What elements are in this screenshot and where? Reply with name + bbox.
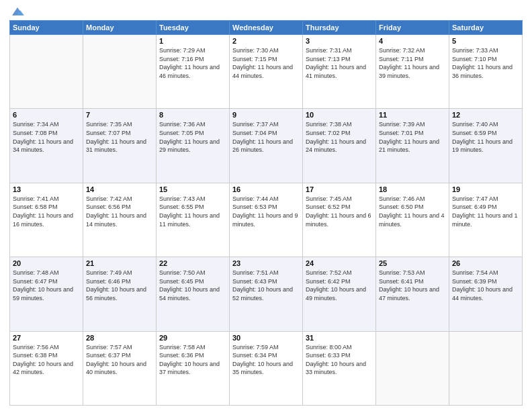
calendar-cell: 28Sunrise: 7:57 AM Sunset: 6:37 PM Dayli… xyxy=(83,331,157,405)
day-number: 31 xyxy=(306,334,373,342)
day-number: 1 xyxy=(159,37,226,45)
day-number: 27 xyxy=(13,334,80,342)
day-number: 28 xyxy=(86,334,153,342)
calendar-week-row: 6Sunrise: 7:34 AM Sunset: 7:08 PM Daylig… xyxy=(10,109,523,183)
calendar-cell xyxy=(376,331,449,405)
calendar-cell: 19Sunrise: 7:47 AM Sunset: 6:49 PM Dayli… xyxy=(449,183,523,257)
calendar-week-row: 1Sunrise: 7:29 AM Sunset: 7:16 PM Daylig… xyxy=(10,35,523,109)
day-number: 14 xyxy=(86,185,153,193)
day-info: Sunrise: 7:33 AM Sunset: 7:10 PM Dayligh… xyxy=(452,46,519,80)
day-of-week-header: Tuesday xyxy=(157,21,230,35)
calendar-cell: 13Sunrise: 7:41 AM Sunset: 6:58 PM Dayli… xyxy=(10,183,83,257)
day-info: Sunrise: 7:35 AM Sunset: 7:07 PM Dayligh… xyxy=(86,120,153,154)
day-info: Sunrise: 7:42 AM Sunset: 6:56 PM Dayligh… xyxy=(86,195,153,228)
day-number: 21 xyxy=(86,259,153,267)
page: SundayMondayTuesdayWednesdayThursdayFrid… xyxy=(0,0,532,411)
day-info: Sunrise: 7:58 AM Sunset: 6:36 PM Dayligh… xyxy=(159,343,226,377)
calendar-week-row: 13Sunrise: 7:41 AM Sunset: 6:58 PM Dayli… xyxy=(10,183,523,257)
day-of-week-header: Wednesday xyxy=(230,21,303,35)
calendar-cell: 16Sunrise: 7:44 AM Sunset: 6:53 PM Dayli… xyxy=(230,183,303,257)
day-of-week-header: Monday xyxy=(83,21,157,35)
day-info: Sunrise: 7:56 AM Sunset: 6:38 PM Dayligh… xyxy=(13,343,80,377)
calendar-cell: 11Sunrise: 7:39 AM Sunset: 7:01 PM Dayli… xyxy=(376,109,449,183)
calendar-header-row: SundayMondayTuesdayWednesdayThursdayFrid… xyxy=(10,21,523,35)
day-number: 23 xyxy=(232,259,300,267)
day-info: Sunrise: 7:32 AM Sunset: 7:11 PM Dayligh… xyxy=(379,46,446,80)
day-info: Sunrise: 7:36 AM Sunset: 7:05 PM Dayligh… xyxy=(159,120,226,154)
day-of-week-header: Sunday xyxy=(10,21,83,35)
calendar-cell: 24Sunrise: 7:52 AM Sunset: 6:42 PM Dayli… xyxy=(303,257,376,331)
day-info: Sunrise: 7:37 AM Sunset: 7:04 PM Dayligh… xyxy=(232,120,300,154)
calendar-cell: 15Sunrise: 7:43 AM Sunset: 6:55 PM Dayli… xyxy=(157,183,230,257)
calendar-cell: 6Sunrise: 7:34 AM Sunset: 7:08 PM Daylig… xyxy=(10,109,83,183)
day-info: Sunrise: 7:34 AM Sunset: 7:08 PM Dayligh… xyxy=(13,120,80,154)
day-info: Sunrise: 7:38 AM Sunset: 7:02 PM Dayligh… xyxy=(306,120,373,154)
day-info: Sunrise: 7:41 AM Sunset: 6:58 PM Dayligh… xyxy=(13,195,80,228)
calendar-cell: 5Sunrise: 7:33 AM Sunset: 7:10 PM Daylig… xyxy=(449,35,523,109)
calendar-cell xyxy=(449,331,523,405)
calendar-cell: 26Sunrise: 7:54 AM Sunset: 6:39 PM Dayli… xyxy=(449,257,523,331)
day-info: Sunrise: 8:00 AM Sunset: 6:33 PM Dayligh… xyxy=(306,343,373,377)
calendar-cell: 31Sunrise: 8:00 AM Sunset: 6:33 PM Dayli… xyxy=(303,331,376,405)
day-number: 29 xyxy=(159,334,226,342)
calendar-cell: 20Sunrise: 7:48 AM Sunset: 6:47 PM Dayli… xyxy=(10,257,83,331)
day-number: 26 xyxy=(452,259,519,267)
calendar-cell xyxy=(10,35,83,109)
day-number: 20 xyxy=(13,259,80,267)
day-info: Sunrise: 7:43 AM Sunset: 6:55 PM Dayligh… xyxy=(159,195,226,228)
day-info: Sunrise: 7:53 AM Sunset: 6:41 PM Dayligh… xyxy=(379,269,446,302)
day-info: Sunrise: 7:52 AM Sunset: 6:42 PM Dayligh… xyxy=(306,269,373,302)
day-info: Sunrise: 7:47 AM Sunset: 6:49 PM Dayligh… xyxy=(452,195,519,228)
calendar-cell: 30Sunrise: 7:59 AM Sunset: 6:34 PM Dayli… xyxy=(230,331,303,405)
header xyxy=(9,7,523,16)
day-number: 24 xyxy=(306,259,373,267)
day-info: Sunrise: 7:40 AM Sunset: 6:59 PM Dayligh… xyxy=(452,120,519,154)
calendar-cell: 12Sunrise: 7:40 AM Sunset: 6:59 PM Dayli… xyxy=(449,109,523,183)
day-number: 5 xyxy=(452,37,519,45)
calendar-cell: 14Sunrise: 7:42 AM Sunset: 6:56 PM Dayli… xyxy=(83,183,157,257)
calendar-cell: 8Sunrise: 7:36 AM Sunset: 7:05 PM Daylig… xyxy=(157,109,230,183)
calendar-cell: 27Sunrise: 7:56 AM Sunset: 6:38 PM Dayli… xyxy=(10,331,83,405)
calendar-cell xyxy=(83,35,157,109)
day-info: Sunrise: 7:29 AM Sunset: 7:16 PM Dayligh… xyxy=(159,46,226,80)
day-info: Sunrise: 7:54 AM Sunset: 6:39 PM Dayligh… xyxy=(452,269,519,302)
calendar-cell: 23Sunrise: 7:51 AM Sunset: 6:43 PM Dayli… xyxy=(230,257,303,331)
day-of-week-header: Saturday xyxy=(449,21,523,35)
day-number: 6 xyxy=(13,111,80,119)
calendar-cell: 21Sunrise: 7:49 AM Sunset: 6:46 PM Dayli… xyxy=(83,257,157,331)
logo xyxy=(9,7,24,16)
day-number: 15 xyxy=(159,185,226,193)
day-info: Sunrise: 7:45 AM Sunset: 6:52 PM Dayligh… xyxy=(306,195,373,228)
day-number: 22 xyxy=(159,259,226,267)
day-number: 30 xyxy=(232,334,300,342)
day-info: Sunrise: 7:59 AM Sunset: 6:34 PM Dayligh… xyxy=(232,343,300,377)
day-info: Sunrise: 7:48 AM Sunset: 6:47 PM Dayligh… xyxy=(13,269,80,302)
calendar-cell: 4Sunrise: 7:32 AM Sunset: 7:11 PM Daylig… xyxy=(376,35,449,109)
day-number: 7 xyxy=(86,111,153,119)
day-number: 17 xyxy=(306,185,373,193)
logo-icon xyxy=(11,7,24,16)
calendar-cell: 2Sunrise: 7:30 AM Sunset: 7:15 PM Daylig… xyxy=(230,35,303,109)
calendar-cell: 9Sunrise: 7:37 AM Sunset: 7:04 PM Daylig… xyxy=(230,109,303,183)
calendar: SundayMondayTuesdayWednesdayThursdayFrid… xyxy=(9,20,523,406)
calendar-cell: 22Sunrise: 7:50 AM Sunset: 6:45 PM Dayli… xyxy=(157,257,230,331)
day-number: 8 xyxy=(159,111,226,119)
day-number: 13 xyxy=(13,185,80,193)
calendar-week-row: 27Sunrise: 7:56 AM Sunset: 6:38 PM Dayli… xyxy=(10,331,523,405)
day-info: Sunrise: 7:50 AM Sunset: 6:45 PM Dayligh… xyxy=(159,269,226,302)
calendar-cell: 10Sunrise: 7:38 AM Sunset: 7:02 PM Dayli… xyxy=(303,109,376,183)
calendar-cell: 17Sunrise: 7:45 AM Sunset: 6:52 PM Dayli… xyxy=(303,183,376,257)
calendar-cell: 29Sunrise: 7:58 AM Sunset: 6:36 PM Dayli… xyxy=(157,331,230,405)
day-info: Sunrise: 7:49 AM Sunset: 6:46 PM Dayligh… xyxy=(86,269,153,302)
calendar-cell: 7Sunrise: 7:35 AM Sunset: 7:07 PM Daylig… xyxy=(83,109,157,183)
day-number: 11 xyxy=(379,111,446,119)
day-number: 25 xyxy=(379,259,446,267)
day-of-week-header: Thursday xyxy=(303,21,376,35)
day-of-week-header: Friday xyxy=(376,21,449,35)
day-info: Sunrise: 7:44 AM Sunset: 6:53 PM Dayligh… xyxy=(232,195,300,228)
day-info: Sunrise: 7:31 AM Sunset: 7:13 PM Dayligh… xyxy=(306,46,373,80)
calendar-cell: 1Sunrise: 7:29 AM Sunset: 7:16 PM Daylig… xyxy=(157,35,230,109)
day-number: 12 xyxy=(452,111,519,119)
day-info: Sunrise: 7:51 AM Sunset: 6:43 PM Dayligh… xyxy=(232,269,300,302)
day-number: 10 xyxy=(306,111,373,119)
